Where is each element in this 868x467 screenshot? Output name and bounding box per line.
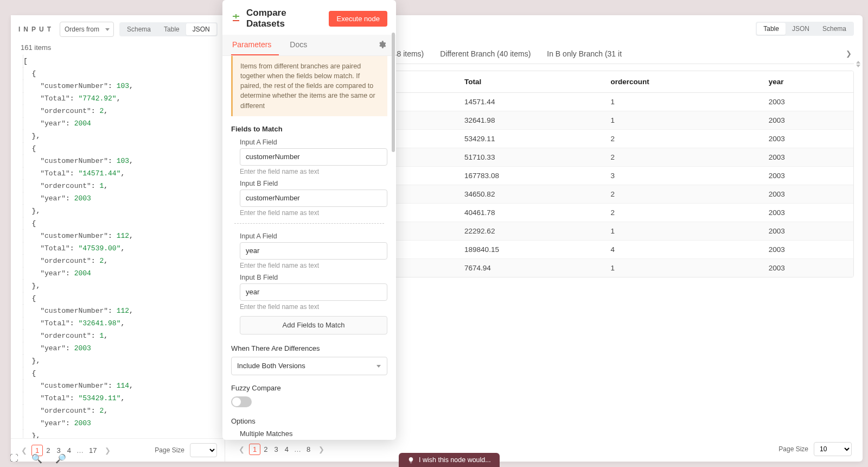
- gear-icon[interactable]: [376, 36, 387, 55]
- input-panel: INPUT Orders from Schema Table JSON 161 …: [11, 15, 225, 462]
- panel-tabs: Parameters Docs: [222, 35, 396, 56]
- input-a-field-2[interactable]: [240, 242, 387, 260]
- zoom-in-icon[interactable]: 🔍: [31, 453, 42, 464]
- pager-page[interactable]: 17: [86, 445, 100, 456]
- execute-node-button[interactable]: Execute node: [329, 11, 387, 27]
- table-cell: 51710.33: [457, 148, 603, 167]
- out-tab-json[interactable]: JSON: [786, 23, 816, 35]
- tab-parameters[interactable]: Parameters: [231, 35, 279, 55]
- node-editor-stage: INPUT Orders from Schema Table JSON 161 …: [11, 15, 863, 462]
- output-scroll-arrows[interactable]: [856, 61, 861, 68]
- table-cell: 2003: [761, 241, 853, 259]
- field-hint: Enter the field name as text: [240, 262, 387, 269]
- out-tab-table[interactable]: Table: [757, 23, 786, 35]
- out-pager-prev-icon[interactable]: ❮: [236, 445, 247, 453]
- pager-next-icon[interactable]: ❯: [102, 446, 113, 455]
- table-cell: 7674.94: [457, 259, 603, 277]
- input-b-label: Input B Field: [240, 180, 387, 187]
- info-box: Items from different branches are paired…: [231, 56, 387, 116]
- fuzzy-toggle[interactable]: [231, 396, 252, 407]
- zoom-out-icon[interactable]: 🔎: [55, 453, 66, 464]
- add-fields-button[interactable]: Add Fields to Match: [240, 316, 387, 335]
- field-group-b1: Input B Field Enter the field name as te…: [222, 176, 396, 218]
- node-settings-panel: Compare Datasets Execute node Parameters…: [222, 0, 396, 440]
- output-pagination: ❮ 1234…8 ❯ Page Size 10: [234, 437, 854, 462]
- fuzzy-label: Fuzzy Compare: [222, 382, 396, 394]
- input-a-label: Input A Field: [240, 138, 387, 146]
- panel-title: Compare Datasets: [246, 8, 323, 29]
- pager-page[interactable]: 2: [260, 444, 271, 455]
- input-view-tabs: Schema Table JSON: [119, 22, 218, 36]
- out-tab-schema[interactable]: Schema: [816, 23, 853, 35]
- table-cell: 14571.44: [457, 93, 603, 111]
- table-cell: 2: [603, 130, 761, 148]
- field-hint: Enter the field name as text: [240, 168, 387, 175]
- input-header: INPUT Orders from Schema Table JSON: [11, 15, 225, 43]
- out-pager-next-icon[interactable]: ❯: [316, 445, 327, 453]
- output-view-tabs: Table JSON Schema: [756, 22, 854, 36]
- wish-bar[interactable]: I wish this node would...: [399, 453, 500, 467]
- table-cell: 2003: [761, 130, 853, 148]
- table-cell: 3: [603, 167, 761, 185]
- wish-text: I wish this node would...: [419, 456, 491, 464]
- out-page-size-label: Page Size: [778, 445, 808, 453]
- table-cell: 4: [603, 241, 761, 259]
- out-page-size-select[interactable]: 10: [814, 442, 852, 456]
- branch-tab[interactable]: Different Branch (40 items): [439, 44, 532, 64]
- input-b-field-2[interactable]: [240, 283, 387, 301]
- multi-match-label: Multiple Matches: [222, 427, 396, 439]
- input-a-label: Input A Field: [240, 232, 387, 240]
- input-json-view[interactable]: [ { "customerNumber": 103, "Total": "774…: [11, 55, 225, 438]
- tab-docs[interactable]: Docs: [289, 35, 315, 55]
- compare-icon: [231, 14, 241, 23]
- field-divider: [234, 223, 384, 224]
- table-cell: 1: [603, 93, 761, 111]
- tab-table[interactable]: Table: [157, 23, 186, 35]
- tab-schema[interactable]: Schema: [120, 23, 157, 35]
- when-diff-select[interactable]: Include Both Versions: [231, 357, 387, 375]
- field-group-a2: Input A Field Enter the field name as te…: [222, 229, 396, 270]
- scrollbar-thumb[interactable]: [392, 33, 395, 152]
- table-cell: 2003: [761, 204, 853, 222]
- page-size-select[interactable]: [190, 443, 217, 457]
- table-cell: 2003: [761, 111, 853, 130]
- branch-tab[interactable]: In B only Branch (31 it: [546, 44, 623, 64]
- pager-page[interactable]: 1: [249, 444, 260, 455]
- input-b-field[interactable]: [240, 190, 387, 207]
- table-cell: 2003: [761, 93, 853, 111]
- tab-json[interactable]: JSON: [186, 23, 216, 35]
- input-source-select[interactable]: Orders from: [60, 22, 114, 37]
- input-b-label: Input B Field: [240, 274, 387, 281]
- chevron-right-icon[interactable]: ❯: [844, 45, 854, 62]
- pager-page[interactable]: 8: [303, 444, 314, 455]
- panel-body[interactable]: Items from different branches are paired…: [222, 56, 396, 440]
- input-a-field[interactable]: [240, 148, 387, 166]
- field-hint: Enter the field name as text: [240, 303, 387, 311]
- column-header[interactable]: ordercount: [603, 71, 761, 93]
- table-cell: 34650.82: [457, 185, 603, 204]
- when-diff-label: When There Are Differences: [222, 342, 396, 355]
- table-cell: 2003: [761, 167, 853, 185]
- table-cell: 2003: [761, 259, 853, 277]
- lightbulb-icon: [407, 457, 414, 464]
- pager-page[interactable]: 4: [282, 444, 292, 455]
- options-label: Options: [222, 415, 396, 427]
- field-hint: Enter the field name as text: [240, 209, 387, 217]
- column-header[interactable]: Total: [457, 71, 603, 93]
- input-items-count: 161 items: [11, 43, 225, 55]
- table-cell: 2003: [761, 185, 853, 204]
- expand-icon[interactable]: ⛶: [10, 453, 18, 464]
- table-cell: 22292.62: [457, 222, 603, 241]
- table-cell: 167783.08: [457, 167, 603, 185]
- pager-page[interactable]: 3: [271, 444, 281, 455]
- input-title: INPUT: [18, 26, 54, 33]
- table-cell: 2: [603, 185, 761, 204]
- table-cell: 32641.98: [457, 111, 603, 130]
- page-size-label: Page Size: [155, 446, 184, 454]
- pager-ellipsis: …: [292, 445, 303, 453]
- table-cell: 2003: [761, 222, 853, 241]
- panel-header: Compare Datasets Execute node: [222, 0, 396, 35]
- column-header[interactable]: year: [761, 71, 853, 93]
- field-group-a1: Input A Field Enter the field name as te…: [222, 135, 396, 176]
- table-cell: 40461.78: [457, 204, 603, 222]
